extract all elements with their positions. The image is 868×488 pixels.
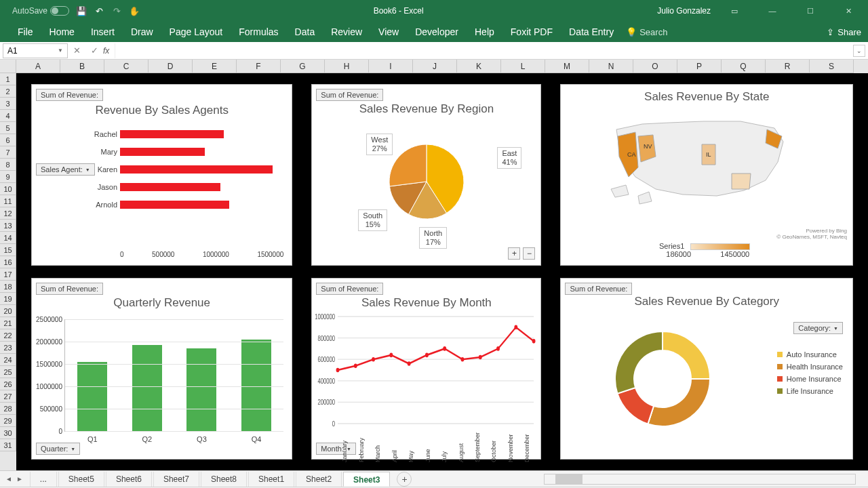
formula-bar[interactable] [115, 43, 868, 58]
sheet-tab[interactable]: Sheet8 [201, 472, 247, 487]
col-header[interactable]: R [766, 60, 810, 73]
zoom-in-button[interactable]: + [508, 247, 520, 260]
horizontal-scrollbar[interactable] [544, 474, 856, 485]
sheet-tab[interactable]: Sheet2 [296, 472, 342, 487]
touch-mode-icon[interactable]: ✋ [129, 5, 140, 16]
tab-dataentry[interactable]: Data Entry [561, 22, 622, 42]
col-header[interactable]: L [501, 60, 545, 73]
share-button[interactable]: ⇪ Share [827, 27, 861, 37]
chart-quarterly-revenue[interactable]: Sum of Revenue: Quarter:▼ Quarterly Reve… [31, 278, 292, 460]
tab-insert[interactable]: Insert [83, 22, 123, 42]
sheet-tab[interactable]: Sheet3 [343, 472, 390, 487]
col-header[interactable]: J [413, 60, 457, 73]
tab-file[interactable]: File [9, 22, 41, 42]
row-header[interactable]: 10 [0, 183, 16, 195]
row-header[interactable]: 29 [0, 415, 16, 427]
row-header[interactable]: 12 [0, 207, 16, 220]
name-box[interactable]: A1▼ [3, 43, 68, 58]
col-header[interactable]: M [545, 60, 589, 73]
col-header[interactable]: E [193, 60, 237, 73]
tab-review[interactable]: Review [323, 22, 370, 42]
row-header[interactable]: 7 [0, 146, 16, 159]
row-header[interactable]: 16 [0, 256, 16, 268]
col-header[interactable]: S [810, 60, 854, 73]
tab-help[interactable]: Help [467, 22, 502, 42]
chart-revenue-by-category[interactable]: Sum of Revenue: Category:▼ Sales Revenue… [560, 278, 853, 460]
select-all-button[interactable] [0, 60, 16, 73]
tab-data[interactable]: Data [287, 22, 323, 42]
row-header[interactable]: 25 [0, 366, 16, 378]
col-header[interactable]: Q [722, 60, 766, 73]
sheet-tab[interactable]: Sheet6 [106, 472, 152, 487]
maximize-button[interactable]: ☐ [796, 0, 825, 22]
chart-revenue-by-state[interactable]: Sales Revenue By State CA NV IL Pow [560, 84, 853, 266]
row-header[interactable]: 11 [0, 195, 16, 207]
new-sheet-button[interactable]: + [397, 472, 412, 487]
row-header[interactable]: 21 [0, 317, 16, 329]
row-header[interactable]: 30 [0, 427, 16, 439]
col-header[interactable]: K [457, 60, 501, 73]
row-header[interactable]: 13 [0, 220, 16, 232]
row-header[interactable]: 14 [0, 232, 16, 244]
autosave-toggle[interactable]: AutoSave [12, 6, 69, 16]
undo-icon[interactable]: ↶ [94, 5, 104, 16]
col-header[interactable]: P [677, 60, 722, 73]
tab-view[interactable]: View [370, 22, 407, 42]
row-header[interactable]: 28 [0, 403, 16, 415]
col-header[interactable]: F [237, 60, 281, 73]
field-sum-revenue[interactable]: Sum of Revenue: [316, 283, 383, 295]
tell-me-search[interactable]: 💡 Search [626, 27, 667, 37]
row-header[interactable]: 1 [0, 73, 16, 85]
formula-bar-expand-icon[interactable]: ⌄ [853, 45, 865, 57]
slicer-category[interactable]: Category:▼ [793, 322, 843, 334]
enter-formula-icon[interactable]: ✓ [85, 45, 103, 56]
row-header[interactable]: 26 [0, 378, 16, 390]
row-header[interactable]: 2 [0, 85, 16, 98]
row-header[interactable]: 24 [0, 354, 16, 366]
col-header[interactable]: I [369, 60, 413, 73]
tab-pagelayout[interactable]: Page Layout [161, 22, 231, 42]
ribbon-options-icon[interactable]: ▭ [720, 0, 749, 22]
sheet-tab[interactable]: Sheet7 [153, 472, 199, 487]
row-header[interactable]: 4 [0, 110, 16, 122]
tab-foxitpdf[interactable]: Foxit PDF [502, 22, 561, 42]
tab-home[interactable]: Home [41, 22, 83, 42]
redo-icon[interactable]: ↷ [111, 5, 122, 16]
row-header[interactable]: 18 [0, 281, 16, 293]
chart-revenue-by-agent[interactable]: Sum of Revenue: Sales Agent:▼ Revenue By… [31, 84, 292, 266]
sheet-tab[interactable]: Sheet5 [58, 472, 104, 487]
chart-revenue-by-region[interactable]: Sum of Revenue: Sales Revenue By Region … [311, 84, 541, 266]
tab-scroll-right-icon[interactable]: ► [16, 475, 23, 483]
sheet-tab[interactable]: Sheet1 [248, 472, 294, 487]
tab-developer[interactable]: Developer [407, 22, 467, 42]
col-header[interactable]: N [589, 60, 633, 73]
user-name[interactable]: Julio Gonzalez [657, 6, 711, 16]
row-header[interactable]: 20 [0, 305, 16, 317]
tab-formulas[interactable]: Formulas [231, 22, 286, 42]
tab-scroll-left-icon[interactable]: ◄ [5, 475, 12, 483]
row-header[interactable]: 31 [0, 439, 16, 451]
minimize-button[interactable]: — [758, 0, 787, 22]
row-header[interactable]: 9 [0, 171, 16, 183]
fx-icon[interactable]: fx [103, 46, 115, 56]
col-header[interactable]: D [149, 60, 193, 73]
field-sum-revenue[interactable]: Sum of Revenue: [36, 89, 103, 101]
row-header[interactable]: 23 [0, 342, 16, 354]
tab-draw[interactable]: Draw [123, 22, 161, 42]
field-sum-revenue[interactable]: Sum of Revenue: [36, 283, 103, 295]
chart-revenue-by-month[interactable]: Sum of Revenue: Month:▼ Sales Revenue By… [311, 278, 541, 460]
close-button[interactable]: ✕ [834, 0, 863, 22]
col-header[interactable]: O [633, 60, 677, 73]
row-header[interactable]: 6 [0, 134, 16, 146]
row-header[interactable]: 8 [0, 159, 16, 171]
row-header[interactable]: 17 [0, 268, 16, 281]
col-header[interactable]: C [104, 60, 149, 73]
col-header[interactable]: G [281, 60, 325, 73]
field-sum-revenue[interactable]: Sum of Revenue: [565, 283, 632, 295]
col-header[interactable]: B [60, 60, 104, 73]
row-header[interactable]: 22 [0, 329, 16, 342]
field-sum-revenue[interactable]: Sum of Revenue: [316, 89, 383, 101]
row-header[interactable]: 5 [0, 122, 16, 134]
row-header[interactable]: 19 [0, 293, 16, 305]
cancel-formula-icon[interactable]: ✕ [68, 45, 85, 56]
